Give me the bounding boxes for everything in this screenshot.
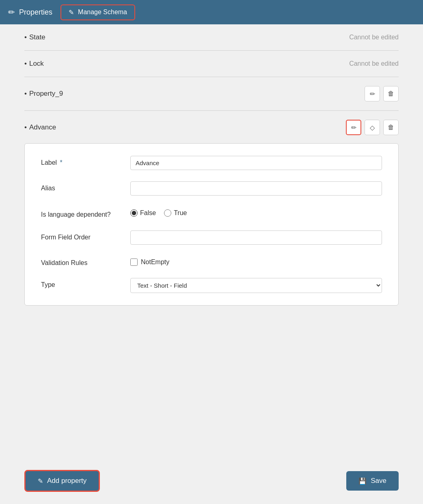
advance-edit-icon: ✏ (351, 124, 356, 131)
manage-schema-label: Manage Schema (78, 9, 127, 16)
advance-tag-icon: ◇ (370, 124, 375, 131)
label-input[interactable] (130, 156, 382, 170)
edit-icon: ✏ (370, 90, 375, 98)
add-property-icon: ✎ (38, 477, 43, 485)
main-content: State Cannot be edited Lock Cannot be ed… (0, 24, 423, 458)
language-radio-group: False True (130, 207, 382, 217)
advance-property-row: Advance ✏ ◇ 🗑 (24, 111, 399, 139)
properties-title: ✏ Properties (8, 7, 52, 17)
manage-schema-icon: ✎ (69, 9, 74, 16)
advance-delete-button[interactable]: 🗑 (383, 120, 399, 135)
form-field-order-input[interactable] (130, 230, 382, 245)
advance-trash-icon: 🗑 (388, 124, 394, 131)
property9-actions: ✏ 🗑 (365, 86, 399, 101)
state-property-row: State Cannot be edited (24, 24, 399, 51)
advance-property-label: Advance (24, 123, 56, 131)
language-form-row: Is language dependent? False True (41, 207, 382, 219)
lock-property-label: Lock (24, 60, 44, 68)
manage-schema-button[interactable]: ✎ Manage Schema (60, 4, 135, 20)
lock-cannot-edit: Cannot be edited (349, 60, 399, 67)
label-form-label: Label * (41, 156, 130, 166)
form-field-order-row: Form Field Order (41, 230, 382, 245)
alias-form-label: Alias (41, 181, 130, 192)
type-form-label: Type (41, 278, 130, 289)
lock-property-row: Lock Cannot be edited (24, 51, 399, 77)
advance-tag-button[interactable]: ◇ (365, 120, 380, 135)
language-true-radio[interactable] (164, 209, 171, 217)
properties-label: Properties (19, 8, 52, 17)
label-form-row: Label * (41, 156, 382, 170)
form-field-order-label: Form Field Order (41, 230, 130, 241)
save-icon: 💾 (358, 477, 367, 485)
type-select[interactable]: Text - Short - Field Text - Long - Field… (130, 278, 382, 293)
trash-icon: 🗑 (388, 90, 394, 97)
advance-edit-button[interactable]: ✏ (346, 120, 361, 135)
alias-form-row: Alias (41, 181, 382, 196)
save-button[interactable]: 💾 Save (346, 471, 399, 491)
validation-form-label: Validation Rules (41, 256, 130, 267)
language-form-label: Is language dependent? (41, 207, 130, 219)
advance-form-panel: Label * Alias Is language dependent? Fal… (24, 143, 399, 306)
validation-form-row: Validation Rules NotEmpty (41, 256, 382, 267)
property9-delete-button[interactable]: 🗑 (383, 86, 399, 101)
add-property-button[interactable]: ✎ Add property (24, 470, 100, 492)
property9-label: Property_9 (24, 90, 63, 98)
state-property-label: State (24, 33, 45, 41)
save-label: Save (371, 477, 386, 485)
language-false-option[interactable]: False (130, 209, 156, 217)
advance-actions: ✏ ◇ 🗑 (346, 120, 399, 135)
alias-input[interactable] (130, 181, 382, 196)
validation-checkbox-group: NotEmpty (130, 256, 382, 266)
notempty-label[interactable]: NotEmpty (141, 258, 169, 266)
add-property-label: Add property (47, 477, 86, 485)
type-form-row: Type Text - Short - Field Text - Long - … (41, 278, 382, 293)
notempty-checkbox[interactable] (130, 258, 138, 266)
language-true-option[interactable]: True (164, 209, 187, 217)
header: ✏ Properties ✎ Manage Schema (0, 0, 423, 24)
state-cannot-edit: Cannot be edited (349, 34, 399, 41)
pencil-icon: ✏ (8, 7, 15, 17)
property9-row: Property_9 ✏ 🗑 (24, 77, 399, 111)
property9-edit-button[interactable]: ✏ (365, 86, 380, 101)
footer: ✎ Add property 💾 Save (0, 458, 423, 504)
language-false-radio[interactable] (130, 209, 138, 217)
